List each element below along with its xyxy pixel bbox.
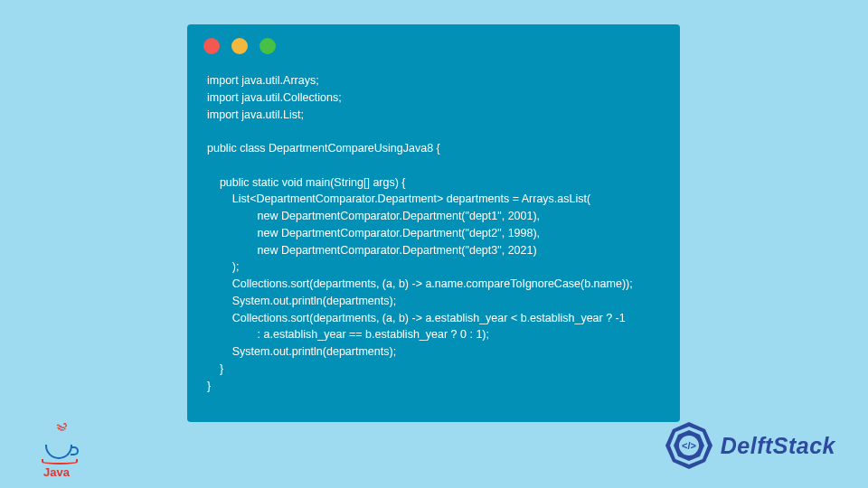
window-close-icon[interactable]	[203, 38, 220, 54]
steam-icon: ༄	[53, 418, 65, 441]
window-minimize-icon[interactable]	[231, 38, 248, 54]
code-window: import java.util.Arrays; import java.uti…	[187, 24, 680, 422]
svg-text:</>: </>	[682, 440, 696, 451]
java-logo: ༄ Java	[42, 423, 87, 477]
delftstack-text: DelftStack	[721, 433, 835, 459]
window-controls	[187, 24, 680, 61]
code-content: import java.util.Arrays; import java.uti…	[187, 61, 680, 405]
cup-icon	[45, 445, 72, 459]
java-text: Java	[43, 465, 70, 479]
window-maximize-icon[interactable]	[259, 38, 276, 54]
delftstack-icon: </>	[663, 419, 715, 472]
delftstack-logo: </> DelftStack	[663, 419, 835, 472]
